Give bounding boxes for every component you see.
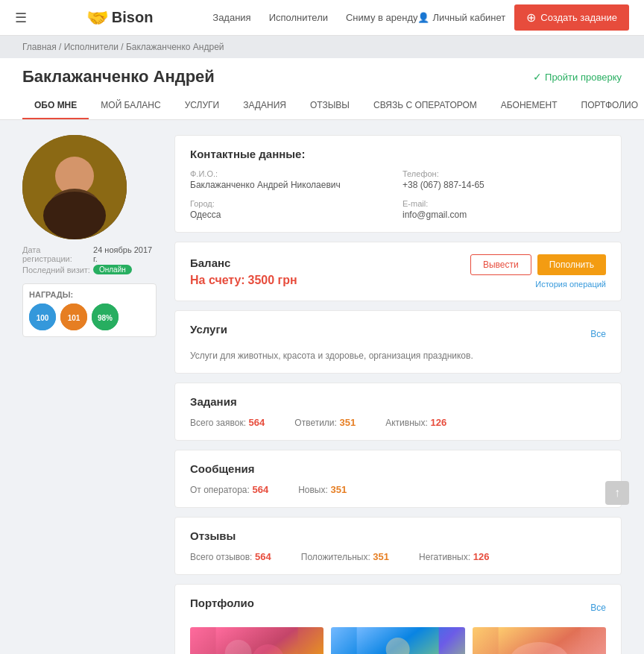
tasks-stats-section: Задания Всего заявок: 564 Ответили: 351 …	[174, 383, 622, 441]
header-logo[interactable]: 🤝 Bison	[86, 7, 154, 28]
logo-icon: 🤝	[86, 7, 109, 28]
verify-check-icon: ✓	[533, 71, 542, 83]
breadcrumb-current: Баклажанченко Андрей	[126, 42, 224, 52]
positive-label: Положительных:	[301, 552, 370, 562]
breadcrumb-performers[interactable]: Исполнители	[64, 42, 119, 52]
portfolio-thumb-2	[331, 627, 464, 654]
answered-value: 351	[340, 417, 356, 428]
fio-label: Ф.И.О.:	[190, 169, 394, 178]
online-badge: Онлайн	[93, 265, 132, 274]
verify-button[interactable]: ✓ Пройти проверку	[533, 71, 622, 83]
new-msgs-value: 351	[330, 484, 347, 495]
tab-operator[interactable]: СВЯЗЬ С ОПЕРАТОРОМ	[362, 92, 489, 119]
city-value: Одесса	[190, 210, 394, 220]
portfolio-title: Портфолио	[190, 597, 254, 609]
stat-positive: Положительных: 351	[301, 551, 389, 562]
messages-stats-row: От оператора: 564 Новых: 351	[190, 484, 606, 495]
topup-button[interactable]: Пополнить	[537, 254, 606, 275]
active-label: Активных:	[385, 418, 428, 428]
history-link[interactable]: История операций	[535, 280, 606, 289]
stat-new-msgs: Новых: 351	[298, 484, 347, 495]
header-center-nav: Задания Исполнители Сниму в аренду	[212, 12, 417, 23]
breadcrumb-home[interactable]: Главная	[22, 42, 57, 52]
nav-performers[interactable]: Исполнители	[269, 12, 328, 23]
negative-value: 126	[473, 551, 490, 562]
scroll-top-button[interactable]: ↑	[605, 481, 629, 505]
stat-negative: Негативных: 126	[419, 551, 489, 562]
stat-active: Активных: 126	[385, 417, 446, 428]
balance-right: Вывести Пополнить История операций	[470, 254, 606, 289]
services-description: Услуги для животных, красота и здоровье,…	[190, 350, 606, 361]
tab-balance[interactable]: МОЙ БАЛАНС	[89, 92, 172, 119]
award-2: 101	[60, 304, 87, 330]
tab-tasks[interactable]: ЗАДАНИЯ	[231, 92, 298, 119]
breadcrumb: Главная / Исполнители / Баклажанченко Ан…	[0, 36, 644, 58]
contacts-section: Контактные данные: Ф.И.О.: Баклажанченко…	[174, 135, 622, 233]
create-label: Создать задание	[540, 12, 617, 23]
award-3: 98%	[92, 304, 119, 330]
header-nav: ☰ 🤝 Bison Задания Исполнители Сниму в ар…	[15, 4, 629, 31]
svg-text:100: 100	[37, 314, 49, 322]
nav-tasks[interactable]: Задания	[212, 12, 250, 23]
active-value: 126	[430, 417, 446, 428]
contacts-title: Контактные данные:	[190, 148, 606, 160]
email-value: info@gmail.com	[402, 210, 606, 220]
tab-subscription[interactable]: АБОНЕМЕНТ	[489, 92, 569, 119]
hamburger-icon[interactable]: ☰	[15, 10, 27, 26]
reviews-stats-section: Отзывы Всего отзывов: 564 Положительных:…	[174, 517, 622, 575]
stat-answered: Ответили: 351	[294, 417, 356, 428]
award-1: 100	[29, 304, 56, 330]
balance-buttons: Вывести Пополнить	[470, 254, 606, 275]
tab-portfolio[interactable]: ПОРТФОЛИО	[569, 92, 644, 119]
negative-label: Негативных:	[419, 552, 470, 562]
portfolio-all-link[interactable]: Все	[590, 603, 606, 613]
main-content: Дата регистрации: 24 ноябрь 2017 г. Посл…	[0, 120, 644, 654]
tab-reviews[interactable]: ОТЗЫВЫ	[298, 92, 362, 119]
reviews-title: Отзывы	[190, 529, 606, 542]
balance-left: Баланс На счету: 3500 грн	[190, 257, 297, 287]
account-label: Личный кабинет	[432, 12, 505, 23]
portfolio-item-1[interactable]: День рождения	[190, 627, 323, 654]
header-right: 👤 Личный кабинет ⊕ Создать задание	[417, 4, 629, 31]
portfolio-item-2[interactable]: Выгул собаки	[331, 627, 464, 654]
portfolio-header: Портфолио Все	[190, 597, 606, 618]
tab-services[interactable]: УСЛУГИ	[173, 92, 232, 119]
total-reviews-label: Всего отзывов:	[190, 552, 252, 562]
stat-operator-msgs: От оператора: 564	[190, 484, 268, 495]
page-header-top: Баклажанченко Андрей ✓ Пройти проверку	[22, 67, 622, 87]
verify-label: Пройти проверку	[545, 72, 622, 83]
create-task-button[interactable]: ⊕ Создать задание	[514, 4, 629, 31]
balance-amount-label: На счету:	[190, 274, 245, 286]
fio-value: Баклажанченко Андрей Николаевич	[190, 180, 394, 190]
header-left: ☰	[15, 10, 27, 26]
svg-point-3	[43, 192, 106, 239]
total-reviews-value: 564	[255, 551, 271, 562]
phone-value: +38 (067) 887-14-65	[402, 180, 606, 190]
avatar	[22, 135, 127, 239]
phone-label: Телефон:	[402, 169, 606, 178]
portfolio-item-3[interactable]: Спа салон	[473, 627, 606, 654]
email-label: E-mail:	[402, 199, 606, 208]
tab-about[interactable]: ОБО МНЕ	[22, 92, 89, 119]
portfolio-grid: День рождения	[190, 627, 606, 654]
services-title-row: Услуги Все	[190, 323, 606, 345]
positive-value: 351	[373, 551, 389, 562]
portfolio-section: Портфолио Все	[174, 584, 622, 654]
account-link[interactable]: 👤 Личный кабинет	[417, 12, 505, 23]
nav-rent[interactable]: Сниму в аренду	[346, 12, 418, 23]
header: ☰ 🤝 Bison Задания Исполнители Сниму в ар…	[0, 0, 644, 36]
right-content: Контактные данные: Ф.И.О.: Баклажанченко…	[174, 135, 622, 654]
create-icon: ⊕	[526, 10, 536, 25]
answered-label: Ответили:	[294, 418, 337, 428]
services-all-link[interactable]: Все	[590, 329, 606, 339]
reg-info: Дата регистрации: 24 ноябрь 2017 г. Посл…	[22, 245, 157, 274]
left-sidebar: Дата регистрации: 24 ноябрь 2017 г. Посл…	[22, 135, 157, 654]
withdraw-button[interactable]: Вывести	[470, 254, 531, 275]
messages-title: Сообщения	[190, 462, 606, 475]
account-icon: 👤	[417, 12, 429, 23]
balance-amount: На счету: 3500 грн	[190, 274, 297, 287]
balance-section: Баланс На счету: 3500 грн Вывести Пополн…	[174, 242, 622, 301]
svg-text:101: 101	[68, 314, 80, 322]
fio-field: Ф.И.О.: Баклажанченко Андрей Николаевич	[190, 169, 394, 190]
messages-section: Сообщения От оператора: 564 Новых: 351	[174, 450, 622, 508]
